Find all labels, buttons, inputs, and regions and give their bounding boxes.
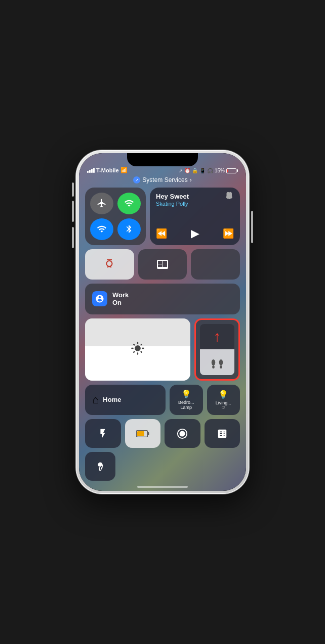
cellular-data-button[interactable]	[117, 193, 141, 214]
volume-up-button[interactable]	[72, 201, 74, 222]
shortcuts-row: ⌂ Home 💡 Bedro... Lamp 💡 Living...	[85, 385, 240, 416]
wifi-icon: 📶	[120, 167, 128, 173]
screen-background: T-Mobile 📶 ↗ ⏰ 🔒 📱 🎧 15%	[79, 153, 246, 491]
alarm-icon: ⏰	[184, 168, 190, 173]
airpods-large-icon	[208, 355, 226, 370]
bedroom-lamp-button[interactable]: 💡 Bedro... Lamp	[170, 385, 203, 416]
signal-bar-2	[89, 170, 91, 173]
screen-mirror-button[interactable]	[138, 249, 187, 280]
silent-switch[interactable]	[72, 182, 74, 197]
location-icon: ↗	[179, 168, 183, 173]
home-label: Home	[103, 396, 121, 403]
airpods-button[interactable]: ↑	[194, 318, 240, 381]
svg-point-8	[180, 431, 185, 436]
phone-frame: T-Mobile 📶 ↗ ⏰ 🔒 📱 🎧 15%	[76, 150, 249, 494]
svg-rect-2	[212, 365, 215, 369]
brightness-placeholder-button[interactable]	[191, 249, 240, 280]
carrier-name: T-Mobile	[96, 167, 119, 173]
signal-bar-4	[93, 168, 95, 173]
phone-screen: T-Mobile 📶 ↗ ⏰ 🔒 📱 🎧 15%	[79, 153, 246, 491]
tools-row	[85, 419, 240, 448]
top-row: Hey Sweet Skating Polly ⏪ ▶ ⏩	[85, 188, 240, 245]
brightness-slider[interactable]	[85, 318, 190, 381]
home-icon: ⌂	[92, 393, 99, 406]
flashlight-button[interactable]	[85, 419, 121, 448]
mid-row	[85, 249, 240, 280]
fast-forward-button[interactable]: ⏩	[223, 228, 234, 239]
work-focus-button[interactable]: Work On	[85, 284, 240, 314]
calculator-button[interactable]	[205, 419, 240, 448]
connectivity-block	[85, 188, 146, 245]
svg-rect-6	[148, 432, 149, 435]
living-lamp-button[interactable]: 💡 Living... ⏱	[207, 385, 240, 416]
work-focus-row: Work On	[85, 284, 240, 314]
system-services-bar[interactable]: ↗ System Services ›	[79, 175, 246, 185]
red-arrow-icon: ↑	[214, 328, 221, 345]
now-playing-artist: Skating Polly	[156, 201, 234, 207]
playback-controls: ⏪ ▶ ⏩	[156, 227, 234, 240]
volume-down-button[interactable]	[72, 227, 74, 248]
play-button[interactable]: ▶	[191, 227, 199, 240]
bluetooth-button[interactable]	[117, 218, 141, 240]
wifi-button[interactable]	[90, 218, 113, 240]
airpods-small-icon	[226, 192, 235, 202]
status-left: T-Mobile 📶	[87, 167, 128, 173]
notch	[127, 153, 198, 166]
bedroom-lamp-label: Bedro... Lamp	[178, 400, 194, 410]
svg-point-0	[212, 359, 216, 365]
svg-point-1	[219, 359, 223, 365]
extra-row	[85, 452, 240, 481]
now-playing-info: Hey Sweet Skating Polly	[156, 193, 234, 207]
sim-icon: 📱	[199, 168, 206, 173]
bedroom-lamp-icon: 💡	[181, 389, 191, 399]
signal-bar-3	[91, 169, 93, 173]
living-lamp-icon: 💡	[218, 390, 228, 399]
battery-percent: 15%	[215, 168, 225, 173]
screen-rotation-lock-button[interactable]	[85, 249, 134, 280]
work-focus-icon	[92, 291, 107, 306]
headphone-icon: 🎧	[207, 168, 213, 173]
lock-icon: 🔒	[192, 168, 198, 173]
system-services-label: System Services	[142, 176, 187, 183]
brightness-airpods-row: ↑	[85, 318, 240, 381]
system-services-chevron: ›	[190, 176, 192, 183]
hearing-button[interactable]	[85, 452, 115, 481]
signal-bar-1	[87, 171, 89, 173]
screen-record-button[interactable]	[165, 419, 200, 448]
now-playing-widget[interactable]: Hey Sweet Skating Polly ⏪ ▶ ⏩	[150, 188, 240, 245]
status-right: ↗ ⏰ 🔒 📱 🎧 15%	[179, 168, 238, 173]
rewind-button[interactable]: ⏪	[156, 228, 167, 239]
svg-rect-5	[137, 431, 144, 436]
signal-bars	[87, 168, 95, 173]
now-playing-title: Hey Sweet	[156, 193, 234, 201]
svg-rect-3	[220, 365, 222, 369]
airplane-mode-button[interactable]	[90, 193, 113, 214]
power-button[interactable]	[251, 211, 253, 243]
location-arrow-icon: ↗	[133, 176, 140, 183]
work-focus-label: Work On	[112, 291, 129, 307]
battery-status-button[interactable]	[125, 419, 161, 448]
control-center-grid: Hey Sweet Skating Polly ⏪ ▶ ⏩	[85, 188, 240, 481]
home-shortcut-button[interactable]: ⌂ Home	[85, 385, 166, 416]
battery-icon	[226, 168, 238, 173]
living-lamp-label: Living... ⏱	[216, 401, 231, 410]
home-indicator	[137, 486, 188, 488]
